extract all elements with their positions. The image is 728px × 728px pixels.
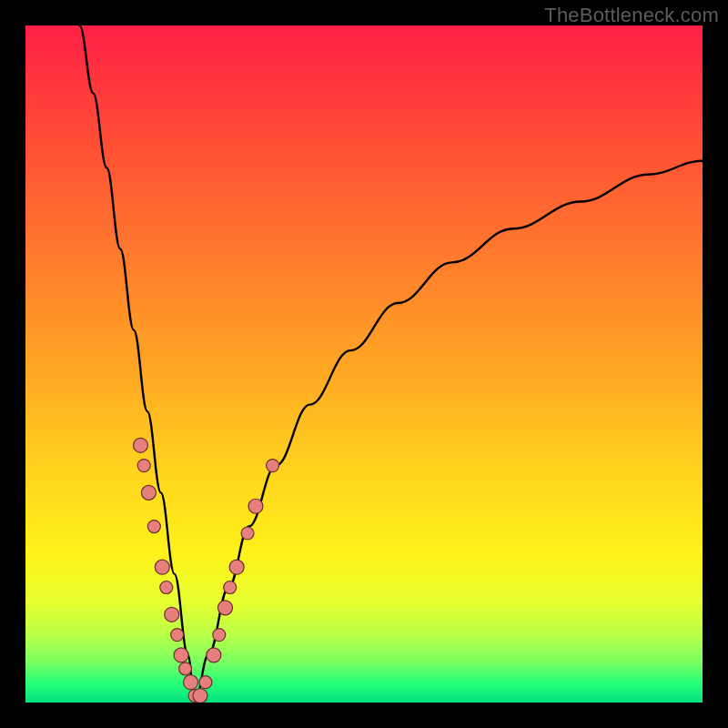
data-dot [184,675,198,690]
curve-right-branch [195,161,703,703]
data-dot [141,485,156,500]
data-dot [155,560,169,574]
data-dot [207,648,221,662]
data-dot [248,499,263,513]
data-dot [165,607,179,622]
data-dot [174,648,188,662]
data-dot [217,601,232,615]
data-dot [267,460,279,472]
data-dot [199,676,212,689]
data-dot [224,581,237,594]
data-dot [160,581,173,594]
data-dot [133,438,147,452]
data-dot [241,527,254,540]
chart-svg [25,25,703,703]
data-dot [193,689,207,703]
data-dot [137,460,150,472]
dots-group [133,438,278,703]
chart-gradient-frame [25,25,703,703]
curve-left-branch [80,25,195,703]
data-dot [171,629,184,642]
data-dot [229,560,244,574]
data-dot [147,521,160,533]
data-dot [213,629,226,642]
watermark-text: TheBottleneck.com [544,4,719,27]
data-dot [179,662,192,675]
